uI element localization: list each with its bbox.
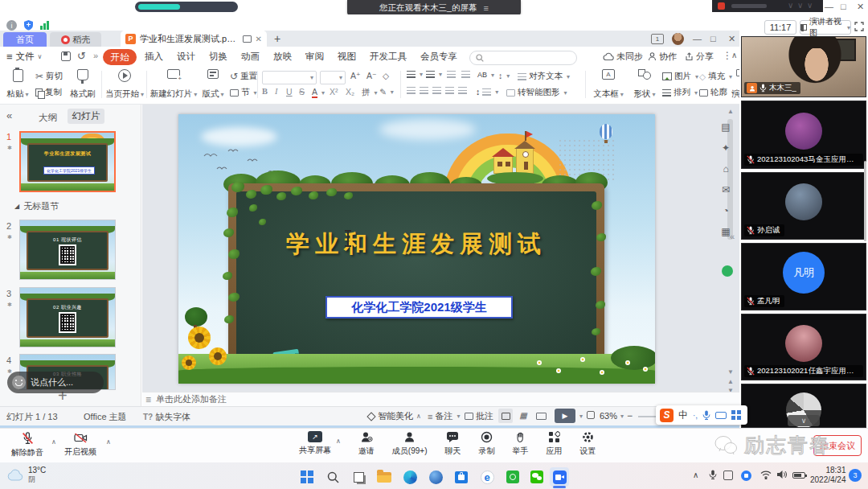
wps-minimize-button[interactable]: — <box>693 34 702 43</box>
participant-tile[interactable]: 木木三_ <box>741 36 866 97</box>
ms-store-icon[interactable] <box>452 467 471 487</box>
sogou-logo[interactable]: S <box>660 409 674 422</box>
smart-graphic-button[interactable]: 转智能图形▾ <box>506 87 567 98</box>
danmaku-input-overlay[interactable]: 说点什么... <box>7 372 104 393</box>
normal-view-button[interactable] <box>498 409 513 423</box>
slideshow-button[interactable]: ▶ <box>555 409 575 423</box>
slide-subtitle-box[interactable]: 化学化工学院2021级学生 <box>326 296 513 318</box>
participant-tile[interactable]: 202123102021任鑫宇应用化学班 <box>741 314 866 380</box>
section-row[interactable]: ◢ 无标题节 <box>14 200 59 212</box>
ime-keyboard-icon[interactable] <box>715 412 727 419</box>
sorter-view-button[interactable]: ▦ <box>516 409 530 423</box>
settings-button[interactable]: 设置 <box>579 431 596 457</box>
increase-indent-button[interactable] <box>461 71 470 78</box>
file-explorer-icon[interactable] <box>375 467 394 487</box>
panel-expand-handle[interactable]: « <box>730 232 735 241</box>
numbered-list-button[interactable]: ▾ <box>426 71 442 78</box>
ribbon-tab-insert[interactable]: 插入 <box>145 51 163 63</box>
slideshow-dropdown-icon[interactable]: ▾ <box>579 413 583 420</box>
edge-browser-icon[interactable] <box>400 467 420 487</box>
participant-tile[interactable]: 孙启诚 <box>741 172 866 240</box>
fullscreen-icon[interactable] <box>854 22 864 31</box>
weather-widget[interactable]: 13°C 阴 <box>6 466 46 485</box>
reset-button[interactable]: ↺重置 <box>230 71 257 82</box>
wps-maximize-button[interactable]: □ <box>710 34 716 43</box>
distribute-button[interactable] <box>458 87 467 94</box>
bold-button[interactable]: B <box>262 87 268 96</box>
meeting-maximize-button[interactable]: □ <box>841 2 846 11</box>
wps-close-button[interactable]: ✕ <box>728 34 735 44</box>
shapes-button[interactable]: 形状▾ <box>630 69 659 100</box>
battery-icon[interactable] <box>792 472 805 479</box>
picture-button[interactable]: 图片▾ <box>662 71 698 82</box>
leave-meeting-button[interactable]: 结束会议 <box>813 435 862 456</box>
slide-thumbnail-1[interactable]: 学业和生涯发展测试 化学化工学院2021级学生 <box>19 131 116 192</box>
banner-menu-icon[interactable]: ≡ <box>483 3 488 13</box>
panel-collapse-icon[interactable]: « <box>6 109 12 121</box>
italic-button[interactable]: I <box>275 87 278 96</box>
wechat-icon[interactable] <box>527 467 547 487</box>
window-switcher-icon[interactable]: 1 <box>651 34 664 44</box>
section-button[interactable]: 节▾ <box>230 87 257 98</box>
smart-beautify-button[interactable]: 智能美化 ∧ <box>368 410 421 422</box>
ribbon-tab-slideshow[interactable]: 放映 <box>273 51 292 63</box>
missing-font-button[interactable]: T? 缺失字体 <box>143 411 190 423</box>
slide-thumbnail-3[interactable]: 02 职业兴趣 <box>19 287 116 347</box>
panel-grid-icon[interactable]: ▦ <box>721 227 730 236</box>
clear-format-button[interactable]: ◇ <box>383 71 389 80</box>
justify-button[interactable] <box>445 87 454 94</box>
collapse-ribbon-icon[interactable]: ∧ <box>731 51 737 60</box>
panel-properties-icon[interactable]: ▤ <box>721 122 730 132</box>
comment-bubble-icon[interactable] <box>243 35 252 43</box>
mic-options-chevron[interactable]: ∧ <box>51 438 56 446</box>
decrease-indent-button[interactable] <box>447 71 456 78</box>
grow-font-button[interactable]: A⁺ <box>350 71 361 80</box>
text-direction-button[interactable]: AB▾ <box>477 71 494 79</box>
signal-bars-icon[interactable] <box>40 21 49 30</box>
font-name-combobox[interactable]: ▾ <box>262 71 317 84</box>
share-options-chevron[interactable]: ∧ <box>336 438 341 445</box>
chevron-down-icon[interactable]: ∨ <box>797 1 803 10</box>
panel-mail-icon[interactable]: ✉ <box>722 185 730 195</box>
zoom-level[interactable]: 63% ▾ <box>600 411 624 421</box>
tab-close-icon[interactable]: ✕ <box>256 35 262 43</box>
align-left-button[interactable] <box>407 87 416 94</box>
apps-button[interactable]: 应用 <box>546 431 562 457</box>
subscript-button[interactable]: X₂ <box>346 87 354 97</box>
vip-green-icon[interactable] <box>722 265 733 277</box>
format-painter-button[interactable]: 格式刷 <box>68 69 98 100</box>
command-search-box[interactable] <box>469 51 577 65</box>
superscript-button[interactable]: X² <box>330 87 338 97</box>
start-video-button[interactable]: 开启视频 <box>64 432 96 458</box>
more-tools-icon[interactable]: » <box>93 51 98 60</box>
fill-button[interactable]: ◇ 填充▾ <box>699 71 732 82</box>
tab-home[interactable]: 首页 <box>3 32 47 47</box>
collapse-videos-button[interactable]: ∨ <box>788 415 820 426</box>
tray-meeting-icon[interactable] <box>741 471 751 481</box>
notification-badge[interactable]: 3 <box>849 469 862 482</box>
panel-home-icon[interactable]: ⌂ <box>723 164 728 174</box>
sidebar-scrollbar[interactable] <box>864 161 866 241</box>
textbox-button[interactable]: A 文本框▾ <box>592 69 625 100</box>
arrange-button[interactable]: 排列▾ <box>662 87 698 98</box>
underline-button[interactable]: U <box>286 87 293 97</box>
share-screen-button[interactable]: ↗ 共享屏幕 <box>299 431 331 456</box>
start-button[interactable] <box>297 467 317 487</box>
slide-thumbnail-2[interactable]: 01 现状评估 <box>19 220 116 280</box>
panel-animation-icon[interactable]: ✦ <box>722 143 730 153</box>
record-button[interactable]: 录制 <box>478 431 494 457</box>
emoji-icon[interactable] <box>12 376 26 389</box>
participant-tile[interactable]: 凡明 孟凡明 <box>741 243 866 310</box>
paste-button[interactable]: 粘贴▾ <box>3 69 32 100</box>
ribbon-tab-transition[interactable]: 切换 <box>209 51 227 63</box>
file-menu[interactable]: ≡ 文件 ∨ <box>6 51 42 63</box>
view-mode-button[interactable]: 演讲者视图 ▾ <box>800 20 851 35</box>
align-right-button[interactable] <box>432 87 441 94</box>
wifi-icon[interactable] <box>760 471 772 479</box>
tab-slides[interactable]: 幻灯片 <box>68 109 104 124</box>
font-size-combobox[interactable]: ▾ <box>320 71 346 84</box>
comments-toggle-button[interactable]: 批注 <box>465 410 493 422</box>
slide-editor[interactable]: 学业和生涯发展测试 化学化工学院2021级学生 <box>178 114 655 384</box>
unmute-button[interactable]: 解除静音 <box>11 432 43 458</box>
line-spacing-button[interactable]: ↕▾ <box>476 87 498 97</box>
